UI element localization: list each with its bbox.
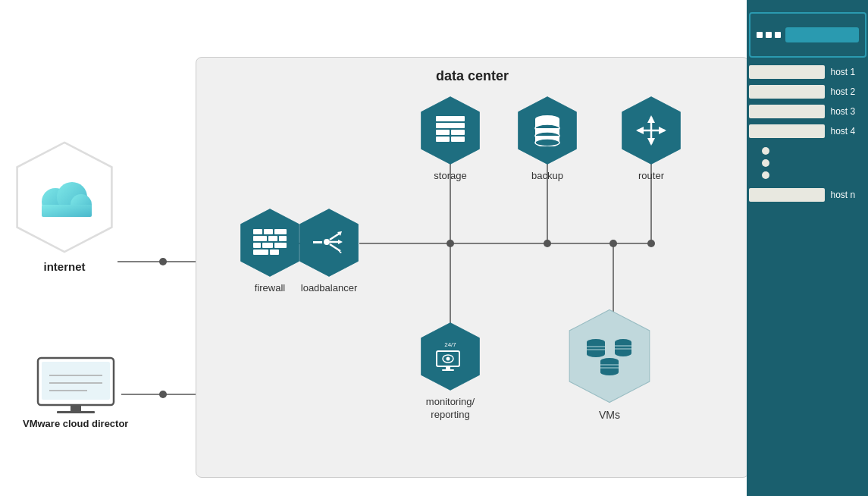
host-row-n: host n <box>749 188 866 202</box>
dot-1 <box>762 147 769 155</box>
svg-line-37 <box>330 244 340 251</box>
svg-point-82 <box>600 369 619 375</box>
host-row-1: host 1 <box>749 65 866 79</box>
host-label-n: host n <box>831 190 856 200</box>
rack-display-bar <box>785 27 859 42</box>
svg-rect-29 <box>274 243 287 248</box>
hosts-panel: host 1 host 2 host 3 host 4 host n <box>747 0 868 496</box>
router-label: router <box>638 170 664 181</box>
firewall-component: firewall <box>240 208 300 294</box>
svg-rect-21 <box>253 229 262 234</box>
vmware-label: VMware cloud director <box>23 418 128 429</box>
monitoring-label: monitoring/reporting <box>426 396 475 422</box>
host-row-2: host 2 <box>749 85 866 99</box>
vms-component: VMs <box>568 308 651 421</box>
host-label-2: host 2 <box>831 86 856 97</box>
svg-point-72 <box>587 351 605 357</box>
led-3 <box>775 32 781 38</box>
host-label-1: host 1 <box>831 67 856 77</box>
host-bar-1 <box>749 65 825 79</box>
svg-rect-23 <box>274 229 287 234</box>
svg-marker-59 <box>647 115 655 123</box>
loadbalancer-label: loadbalancer <box>301 282 357 294</box>
datacenter-title: data center <box>196 58 748 84</box>
svg-rect-31 <box>270 250 279 255</box>
svg-rect-33 <box>313 241 322 243</box>
svg-point-1 <box>159 258 167 265</box>
svg-point-77 <box>615 350 631 356</box>
svg-marker-40 <box>338 240 343 244</box>
svg-point-55 <box>535 139 559 146</box>
svg-point-18 <box>609 240 617 247</box>
svg-rect-92 <box>71 405 81 411</box>
loadbalancer-component: loadbalancer <box>299 208 359 294</box>
internet-component: internet <box>15 140 114 273</box>
svg-marker-61 <box>636 127 644 134</box>
svg-rect-91 <box>42 362 110 400</box>
svg-rect-27 <box>253 243 261 248</box>
svg-rect-43 <box>436 123 465 128</box>
firewall-label: firewall <box>255 282 285 294</box>
vmware-component: VMware cloud director <box>23 356 128 429</box>
svg-rect-46 <box>436 137 450 142</box>
svg-rect-45 <box>451 130 465 135</box>
vmware-icon <box>34 356 118 413</box>
storage-label: storage <box>434 170 466 181</box>
svg-point-68 <box>447 356 450 360</box>
host-label-4: host 4 <box>831 126 856 137</box>
rack-display <box>749 12 866 58</box>
dot-3 <box>762 171 769 179</box>
monitoring-component: 24/7 monitoring/reporting <box>420 322 481 422</box>
svg-point-3 <box>159 391 167 398</box>
svg-rect-89 <box>42 205 92 217</box>
svg-point-7 <box>447 240 454 247</box>
led-1 <box>757 32 763 38</box>
svg-rect-44 <box>436 130 450 135</box>
svg-rect-26 <box>279 236 287 241</box>
host-label-3: host 3 <box>831 106 856 117</box>
backup-component: backup <box>517 96 578 181</box>
host-bar-2 <box>749 85 825 99</box>
svg-rect-24 <box>253 236 267 241</box>
svg-rect-47 <box>451 137 465 142</box>
svg-rect-30 <box>253 250 268 255</box>
dot-2 <box>762 159 769 167</box>
host-bar-n <box>749 188 825 202</box>
host-dots-separator <box>762 147 769 179</box>
host-row-3: host 3 <box>749 105 866 118</box>
svg-rect-65 <box>446 366 450 369</box>
svg-point-34 <box>324 239 330 245</box>
svg-marker-62 <box>659 127 666 134</box>
vms-label: VMs <box>599 409 620 421</box>
host-row-4: host 4 <box>749 124 866 138</box>
svg-rect-28 <box>262 243 273 248</box>
svg-rect-25 <box>268 236 277 241</box>
svg-rect-22 <box>264 229 273 234</box>
svg-rect-93 <box>57 411 95 413</box>
host-bar-4 <box>749 124 825 138</box>
svg-point-10 <box>544 240 551 247</box>
router-component: router <box>621 96 682 181</box>
svg-rect-66 <box>442 369 454 371</box>
svg-rect-42 <box>436 116 465 121</box>
datacenter-container: data center <box>196 57 749 478</box>
internet-label: internet <box>43 260 85 273</box>
led-2 <box>766 32 772 38</box>
svg-marker-60 <box>647 138 655 146</box>
backup-label: backup <box>531 170 563 181</box>
svg-point-13 <box>647 240 655 247</box>
host-bar-3 <box>749 105 825 118</box>
storage-component: storage <box>420 96 481 181</box>
